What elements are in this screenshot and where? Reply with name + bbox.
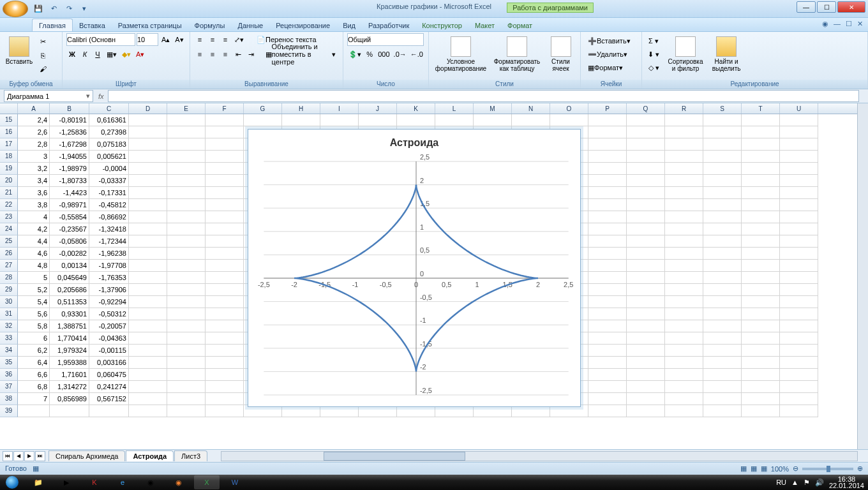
cell-D23[interactable]	[129, 211, 167, 223]
cell-C34[interactable]: -0,00115	[89, 345, 129, 357]
cell-S35[interactable]	[703, 357, 742, 369]
cell-E38[interactable]	[167, 393, 206, 405]
col-M[interactable]: M	[474, 103, 512, 114]
cell-B29[interactable]: 0,205686	[50, 284, 89, 296]
cell-D19[interactable]	[129, 163, 167, 175]
copy-button[interactable]: ⎘	[37, 49, 49, 61]
tab-Разработчик[interactable]: Разработчик	[362, 19, 415, 31]
cell-C22[interactable]: -0,45812	[89, 199, 129, 211]
cell-R17[interactable]	[665, 138, 703, 151]
cell-E21[interactable]	[167, 187, 206, 199]
format-table[interactable]: Форматировать как таблицу	[489, 33, 545, 75]
cell-B30[interactable]: 0,511353	[50, 296, 89, 308]
doc-min[interactable]: ☐	[846, 20, 852, 28]
cell-A38[interactable]: 7	[18, 393, 50, 405]
cell-C38[interactable]: 0,567152	[89, 393, 129, 405]
cell-P33[interactable]	[588, 332, 627, 345]
cell-C30[interactable]: -0,92294	[89, 296, 129, 308]
cell-A20[interactable]: 3,4	[18, 175, 50, 187]
cell-U37[interactable]	[780, 381, 818, 393]
cell-D34[interactable]	[129, 345, 167, 357]
office-button[interactable]	[3, 1, 28, 17]
cell-A35[interactable]: 6,4	[18, 357, 50, 369]
row-26[interactable]: 26	[0, 248, 18, 260]
row-36[interactable]: 36	[0, 369, 18, 381]
select-all[interactable]	[0, 103, 18, 114]
cell-F20[interactable]	[206, 175, 244, 187]
row-18[interactable]: 18	[0, 151, 18, 163]
cell-S34[interactable]	[703, 345, 742, 357]
cell-B37[interactable]: 1,314272	[50, 381, 89, 393]
cell-E19[interactable]	[167, 163, 206, 175]
cell-F30[interactable]	[206, 296, 244, 308]
cond-format[interactable]: Условное форматирование	[433, 33, 489, 75]
cell-U21[interactable]	[780, 187, 818, 199]
row-20[interactable]: 20	[0, 175, 18, 187]
find-select[interactable]: Найти и выделить	[706, 33, 747, 75]
macro-icon[interactable]: ▦	[33, 464, 39, 472]
cell-S26[interactable]	[703, 248, 742, 260]
dec-dec[interactable]: ←.0	[409, 48, 424, 61]
cell-Q33[interactable]	[627, 332, 665, 345]
cell-B34[interactable]: 1,979324	[50, 345, 89, 357]
cell-A25[interactable]: 4,4	[18, 235, 50, 248]
cell-P21[interactable]	[588, 187, 627, 199]
cell-Q18[interactable]	[627, 151, 665, 163]
cell-E18[interactable]	[167, 151, 206, 163]
cell-G15[interactable]	[244, 114, 282, 126]
cell-T38[interactable]	[742, 393, 780, 405]
cell-B28[interactable]: 0,045649	[50, 272, 89, 284]
cell-T32[interactable]	[742, 320, 780, 332]
view-normal[interactable]: ▦	[740, 464, 747, 473]
cell-F28[interactable]	[206, 272, 244, 284]
cell-T24[interactable]	[742, 223, 780, 235]
cell-E39[interactable]	[167, 405, 206, 417]
cell-B16[interactable]: -1,25836	[50, 126, 89, 138]
delete-cells[interactable]: ➖ Удалить ▾	[585, 48, 638, 61]
orientation[interactable]: ⤢▾	[232, 33, 246, 46]
cell-C18[interactable]: 0,005621	[89, 151, 129, 163]
font-name[interactable]	[66, 33, 135, 46]
cell-F29[interactable]	[206, 284, 244, 296]
row-28[interactable]: 28	[0, 272, 18, 284]
cell-Q21[interactable]	[627, 187, 665, 199]
tray-flag-icon[interactable]: ⚑	[804, 479, 810, 487]
cell-E27[interactable]	[167, 260, 206, 272]
cell-U22[interactable]	[780, 199, 818, 211]
cell-P34[interactable]	[588, 345, 627, 357]
doc-close[interactable]: ✕	[857, 20, 863, 28]
cell-F15[interactable]	[206, 114, 244, 126]
cell-S25[interactable]	[703, 235, 742, 248]
col-F[interactable]: F	[206, 103, 244, 114]
cell-S37[interactable]	[703, 381, 742, 393]
cell-N15[interactable]	[512, 114, 550, 126]
cell-D16[interactable]	[129, 126, 167, 138]
cell-B23[interactable]: -0,55854	[50, 211, 89, 223]
cell-E30[interactable]	[167, 296, 206, 308]
cell-D24[interactable]	[129, 223, 167, 235]
ribbon-minimize[interactable]: —	[834, 20, 841, 28]
cell-T22[interactable]	[742, 199, 780, 211]
cell-R19[interactable]	[665, 163, 703, 175]
cell-U39[interactable]	[780, 405, 818, 417]
indent-dec[interactable]: ⇤	[232, 48, 244, 61]
vertical-scrollbar[interactable]	[857, 103, 868, 449]
cell-U20[interactable]	[780, 175, 818, 187]
cell-C35[interactable]: 0,003166	[89, 357, 129, 369]
cell-C26[interactable]: -1,96238	[89, 248, 129, 260]
row-21[interactable]: 21	[0, 187, 18, 199]
cell-S28[interactable]	[703, 272, 742, 284]
minimize-button[interactable]: —	[797, 1, 816, 13]
cell-E29[interactable]	[167, 284, 206, 296]
cell-F32[interactable]	[206, 320, 244, 332]
cell-E22[interactable]	[167, 199, 206, 211]
cell-U31[interactable]	[780, 308, 818, 320]
cell-S20[interactable]	[703, 175, 742, 187]
tray-volume-icon[interactable]: 🔊	[815, 479, 824, 487]
cell-F25[interactable]	[206, 235, 244, 248]
cell-P38[interactable]	[588, 393, 627, 405]
tb-word[interactable]: W	[222, 475, 248, 489]
cell-U33[interactable]	[780, 332, 818, 345]
shrink-font[interactable]: A▾	[173, 33, 185, 46]
merge-center[interactable]: ▦ Объединить и поместить в центре ▾	[262, 48, 339, 61]
